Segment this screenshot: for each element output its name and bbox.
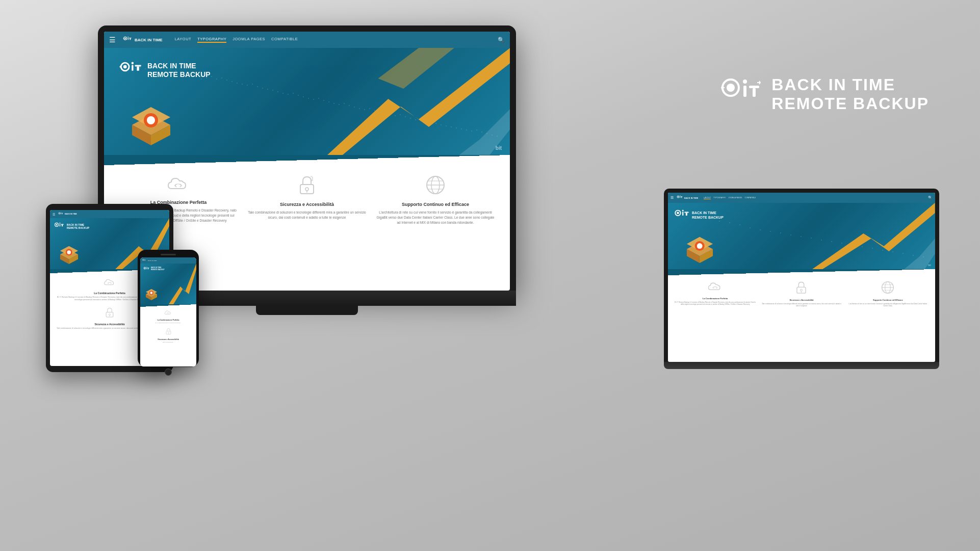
monitor-feature-3: Supporto Continuo ed Efficace L'architet… <box>376 174 495 225</box>
laptop-feature-1: La Combinazione Perfetta B.I.T. Remote B… <box>674 280 756 307</box>
svg-point-168 <box>56 224 58 225</box>
phone-feature-2-title: Sicurezza e Accessibilità <box>143 338 193 340</box>
monitor-hero-logo: BACK IN TIME REMOTE BACKUP <box>119 61 211 80</box>
svg-point-141 <box>677 212 679 215</box>
svg-rect-90 <box>132 65 133 71</box>
laptop-nav-compatible[interactable]: COMPATIBLE <box>744 197 756 199</box>
svg-rect-192 <box>146 268 147 269</box>
phone-features: La Combinazione Perfetta B.I.T. Remote B… <box>140 307 196 346</box>
svg-rect-185 <box>144 259 145 260</box>
hero-divider <box>104 155 510 165</box>
svg-rect-28 <box>216 78 217 80</box>
phone-feature-2: Sicurezza e Accessibilità Tale combinazi… <box>143 327 193 344</box>
monitor-feature-2: Sicurezza e Accessibilità Tale combinazi… <box>248 174 366 225</box>
tablet-hamburger[interactable]: ☰ <box>53 213 55 216</box>
lock-icon <box>297 174 317 196</box>
nav-link-compatible[interactable]: COMPATIBLE <box>271 37 298 43</box>
tablet-nav-brand: BACK IN TIME <box>65 213 77 215</box>
laptop-device: ☰ BACK IN TIME LAYOUT TYPOGRAPHY <box>664 189 939 369</box>
tablet-hero-logo-icon <box>54 222 64 230</box>
tablet-navbar: ☰ BACK IN TIME <box>50 210 169 218</box>
svg-point-153 <box>801 289 803 291</box>
monitor-nav-brand: BACK IN TIME <box>135 38 163 42</box>
laptop-nav-layout[interactable]: LAYOUT <box>704 197 711 199</box>
svg-point-161 <box>59 213 60 214</box>
laptop-feature-1-title: La Combinazione Perfetta <box>674 297 756 300</box>
svg-point-202 <box>168 332 169 333</box>
hamburger-icon[interactable]: ☰ <box>109 36 116 44</box>
phone-home-button[interactable] <box>165 369 172 376</box>
phone-lock-icon <box>165 327 172 335</box>
svg-rect-4 <box>749 86 759 88</box>
svg-rect-170 <box>60 224 60 226</box>
svg-rect-193 <box>147 268 149 268</box>
search-icon[interactable]: 🔍 <box>498 37 505 43</box>
svg-point-178 <box>67 250 71 254</box>
laptop-hero-badge: bit <box>928 264 931 267</box>
laptop-feature-1-text: B.I.T. Remote Backup è il servizio di Ba… <box>674 301 756 305</box>
tablet-hero-logo: BACK IN TIME REMOTE BACKUP <box>54 222 89 230</box>
laptop-hamburger[interactable]: ☰ <box>670 196 674 200</box>
svg-rect-11 <box>130 38 131 40</box>
svg-rect-3 <box>743 86 746 97</box>
tablet-cloud-icon <box>104 277 116 287</box>
svg-rect-145 <box>686 213 687 216</box>
tablet-nav-logo: BACK IN TIME <box>58 212 77 216</box>
monitor-base <box>256 306 358 315</box>
svg-rect-112 <box>681 197 682 198</box>
laptop-hero-logo: BACK IN TIME REMOTE BACKUP <box>674 209 724 222</box>
svg-point-88 <box>123 65 127 69</box>
phone-hero: BACK IN TIME REMOTE BACKUP <box>140 264 196 304</box>
laptop-nav-brand: BACK IN TIME <box>684 197 698 199</box>
nav-link-layout[interactable]: LAYOUT <box>175 37 191 43</box>
hero-arrow-graphic <box>226 48 510 155</box>
laptop-feature-3-text: L'architettura di rete su cui viene forn… <box>847 303 929 307</box>
phone-feature-1-title: La Combinazione Perfetta <box>143 319 193 321</box>
svg-rect-110 <box>680 196 680 198</box>
svg-rect-165 <box>62 213 63 214</box>
phone-hero-logo-icon <box>143 267 149 272</box>
monitor-navbar: ☰ BACK IN TIME LAYOUT TYPOGRAP <box>104 32 510 48</box>
svg-rect-111 <box>681 196 682 197</box>
svg-rect-143 <box>682 212 683 216</box>
svg-point-100 <box>305 188 308 191</box>
laptop-hero-logo-text: BACK IN TIME REMOTE BACKUP <box>692 211 724 220</box>
svg-point-98 <box>147 116 155 124</box>
globe-icon <box>425 174 446 196</box>
svg-point-151 <box>697 243 703 249</box>
feature-3-title: Supporto Continuo ed Efficace <box>376 202 495 207</box>
laptop-nav-typography[interactable]: TYPOGRAPHY <box>713 197 726 199</box>
laptop-feature-2-title: Sicurezza e Accessibilità <box>760 299 842 301</box>
laptop-base <box>664 362 939 369</box>
svg-point-190 <box>144 268 145 269</box>
svg-point-162 <box>61 212 61 213</box>
svg-point-142 <box>682 209 684 211</box>
phone-nav-brand: BACK IN TIME <box>148 260 157 261</box>
large-logo: BACK IN TIME REMOTE BACKUP <box>720 75 929 113</box>
tablet-box-svg <box>58 244 81 264</box>
hero-logo-icon <box>119 61 142 80</box>
svg-rect-5 <box>753 88 756 97</box>
svg-marker-86 <box>459 109 510 155</box>
laptop-hero-logo-icon <box>674 209 689 222</box>
svg-rect-118 <box>729 222 730 223</box>
svg-point-7 <box>124 38 126 39</box>
laptop-nav-logo: BACK IN TIME <box>677 195 698 200</box>
laptop-feature-2-text: Tale combinazione di soluzioni e tecnolo… <box>760 303 842 307</box>
nav-link-joomla[interactable]: JOOMLA PAGES <box>233 37 265 43</box>
laptop-search-icon[interactable]: 🔍 <box>928 196 933 200</box>
svg-rect-9 <box>128 38 128 40</box>
laptop-nav-joomla[interactable]: JOOMLA PAGES <box>728 197 742 199</box>
laptop-navbar: ☰ BACK IN TIME LAYOUT TYPOGRAPHY <box>668 193 935 203</box>
laptop-box-svg <box>683 233 716 263</box>
svg-point-191 <box>146 267 147 268</box>
monitor-nav-links: LAYOUT TYPOGRAPHY JOOMLA PAGES COMPATIBL… <box>175 37 298 43</box>
laptop-hero-arrow <box>761 203 935 269</box>
monitor-hero-badge: bit <box>496 145 502 151</box>
nav-link-typography[interactable]: TYPOGRAPHY <box>197 37 226 43</box>
svg-point-109 <box>680 196 680 196</box>
laptop-cloud-icon <box>708 280 723 293</box>
laptop-box-illustration <box>683 233 716 265</box>
laptop-feature-2: Sicurezza e Accessibilità Tale combinazi… <box>760 280 842 307</box>
laptop-nav-links: LAYOUT TYPOGRAPHY JOOMLA PAGES COMPATIBL… <box>704 197 756 199</box>
